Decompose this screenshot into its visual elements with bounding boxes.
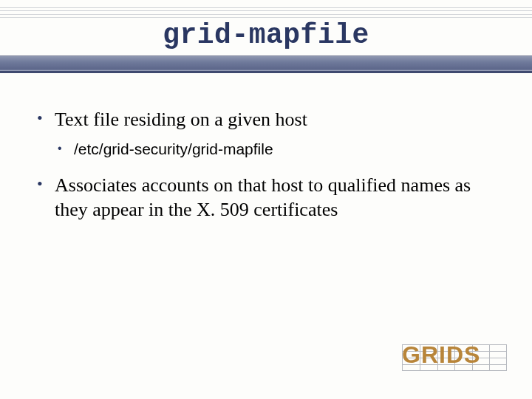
slide-body: Text file residing on a given host /etc/… (0, 73, 532, 222)
bullet-text: Associates accounts on that host to qual… (55, 174, 471, 220)
bullet-item: Text file residing on a given host /etc/… (34, 107, 498, 160)
title-top-rules (0, 7, 532, 18)
slide-title: grid-mapfile (0, 18, 532, 55)
bullet-item: Associates accounts on that host to qual… (34, 173, 498, 222)
grids-logo: GRIDS (402, 341, 507, 374)
title-band (0, 55, 532, 73)
bullet-text: Text file residing on a given host (55, 109, 307, 130)
logo-text: GRIDS (402, 341, 507, 369)
sub-bullet-text: /etc/grid-security/grid-mapfile (74, 140, 273, 157)
sub-bullet-item: /etc/grid-security/grid-mapfile (55, 139, 498, 159)
title-area: grid-mapfile (0, 0, 532, 73)
